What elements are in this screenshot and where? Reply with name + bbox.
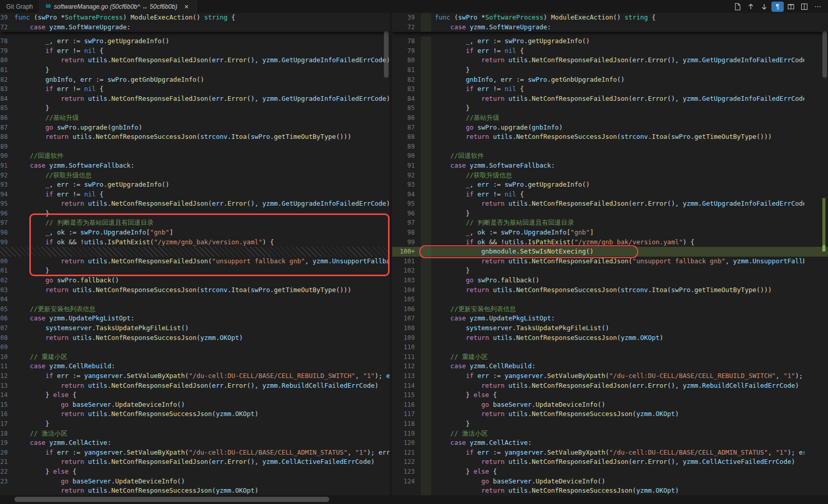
previous-change-icon[interactable] <box>745 2 757 12</box>
code-line[interactable]: 22 } else { <box>0 467 390 477</box>
code-line[interactable]: 88 return utils.NetConfResponseSuccessJs… <box>392 132 828 142</box>
more-actions-icon[interactable]: ⋯ <box>812 2 824 12</box>
code-line[interactable]: 82 gnbInfo, err := swPro.getGnbUpgradeIn… <box>392 75 828 85</box>
code-line[interactable]: 09 <box>0 343 390 352</box>
code-line[interactable]: 86 //基站升级 <box>392 113 828 123</box>
code-line[interactable]: 118 } <box>392 419 828 429</box>
close-tab-icon[interactable]: × <box>182 3 190 11</box>
code-line[interactable]: 113 if err := yangserver.SetValueByXpath… <box>392 371 828 381</box>
code-line[interactable]: 94 if err != nil { <box>392 190 828 200</box>
code-line[interactable]: 80 return utils.NetConfResponseFailedJso… <box>392 56 828 65</box>
code-line[interactable]: 72 case yzmm.SoftWareUpgrade: <box>0 23 390 32</box>
tab-software-manage[interactable]: GO softwareManage.go (50cf6b0b^ ↔ 50cf6b… <box>40 0 197 13</box>
code-line[interactable]: 08 return utils.NetConfResponseSuccessJs… <box>0 333 390 343</box>
code-line[interactable]: return utils.NetConfResponseSuccessJson(… <box>0 486 390 496</box>
next-change-icon[interactable] <box>758 2 770 12</box>
code-line[interactable]: 05 //更新安装包列表信息 <box>0 304 390 314</box>
code-line[interactable]: 97 // 判断是否为基站回退且有回退目录 <box>0 218 390 228</box>
code-line[interactable]: 93 _, err := swPro.getUpgradeInfo() <box>392 180 828 190</box>
code-line[interactable]: 06 case yzmm.UpdatePkgListOpt: <box>0 314 390 323</box>
code-line[interactable]: 85 } <box>392 103 828 113</box>
code-line[interactable]: 39func (swPro *SoftwareProcess) ModuleEx… <box>0 13 390 23</box>
code-line[interactable]: 23 go baseServer.UpdateDeviceInfo() <box>0 477 390 487</box>
code-line[interactable]: 79 if err != nil { <box>0 46 390 56</box>
horizontal-scrollbar-thumb[interactable] <box>14 497 329 502</box>
code-line[interactable]: 120 case yzmm.CellActive: <box>392 438 828 448</box>
right-vertical-scrollbar-thumb[interactable] <box>822 31 827 78</box>
code-line[interactable]: 98 _, ok := swPro.UpgradeInfo["gnb"] <box>392 228 828 238</box>
code-line[interactable]: 89 <box>0 142 390 152</box>
code-line[interactable]: 116 go baseServer.UpdateDeviceInfo() <box>392 400 828 410</box>
code-line[interactable]: 80 return utils.NetConfResponseFailedJso… <box>0 56 390 65</box>
code-line[interactable]: 89 <box>392 142 828 152</box>
tab-git-graph[interactable]: Git Graph <box>0 0 40 13</box>
left-vertical-scrollbar-thumb[interactable] <box>384 31 389 78</box>
toggle-whitespace-icon[interactable]: ¶ <box>771 2 784 12</box>
code-line[interactable]: 91 case yzmm.SoftwareFallback: <box>0 161 390 171</box>
code-line[interactable]: 122 return utils.NetConfResponseFailedJs… <box>392 457 828 467</box>
code-line[interactable]: 114 return utils.NetConfResponseFailedJs… <box>392 381 828 391</box>
code-line[interactable]: 19 case yzmm.CellActive: <box>0 438 390 448</box>
code-line[interactable]: 79 if err != nil { <box>392 46 828 56</box>
code-line[interactable]: 90 //回退软件 <box>392 151 828 161</box>
code-line[interactable]: 94 if err != nil { <box>0 190 390 200</box>
code-line[interactable]: 01 } <box>0 266 390 276</box>
code-line[interactable]: 105 <box>392 295 828 304</box>
code-line[interactable]: 14 } else { <box>0 390 390 400</box>
code-line[interactable]: 107 case yzmm.UpdatePkgListOpt: <box>392 314 828 323</box>
code-line[interactable]: 39func (swPro *SoftwareProcess) ModuleEx… <box>392 13 828 23</box>
code-line[interactable]: 123 } else { <box>392 467 828 477</box>
split-editor-icon[interactable] <box>798 2 811 12</box>
code-line[interactable]: 110 <box>392 343 828 352</box>
code-line[interactable]: 86 //基站升级 <box>0 113 390 123</box>
code-line[interactable]: 15 go baseServer.UpdateDeviceInfo() <box>0 400 390 410</box>
code-line[interactable]: 106 //更新安装包列表信息 <box>392 304 828 314</box>
code-line[interactable]: 83 if err != nil { <box>392 84 828 94</box>
code-line[interactable]: return utils.NetConfResponseSuccessJson(… <box>392 486 828 496</box>
code-line[interactable]: 82 gnbInfo, err := swPro.getGnbUpgradeIn… <box>0 75 390 85</box>
code-line[interactable]: 115 } else { <box>392 390 828 400</box>
code-line[interactable]: 91 case yzmm.SoftwareFallback: <box>392 161 828 171</box>
code-line[interactable]: 87 go swPro.upgrade(gnbInfo) <box>392 123 828 133</box>
code-line[interactable]: 84 return utils.NetConfResponseFailedJso… <box>0 94 390 104</box>
code-line[interactable]: 17 } <box>0 419 390 429</box>
code-line[interactable]: 99 if ok && !utils.IsPathExist("/yzmm/gn… <box>392 238 828 247</box>
code-line[interactable]: 03 return utils.NetConfResponseSuccessJs… <box>0 285 390 295</box>
code-line[interactable]: 117 return utils.NetConfResponseSuccessJ… <box>392 409 828 419</box>
horizontal-scrollbar[interactable] <box>0 495 828 504</box>
code-line[interactable]: 81 } <box>0 65 390 75</box>
code-line[interactable]: 93 _, err := swPro.getUpgradeInfo() <box>0 180 390 190</box>
code-line[interactable]: 72 case yzmm.SoftWareUpgrade: <box>392 23 828 32</box>
code-line[interactable]: 02 go swPro.fallback() <box>0 276 390 285</box>
code-line[interactable]: 104 return utils.NetConfResponseSuccessJ… <box>392 285 828 295</box>
code-line[interactable]: //获取升级信息 <box>0 32 390 37</box>
code-line[interactable]: 103 go swPro.fallback() <box>392 276 828 285</box>
code-line[interactable]: 111 // 重建小区 <box>392 352 828 362</box>
code-line[interactable]: 119 // 激活小区 <box>392 429 828 439</box>
code-line[interactable]: 20 if err := yangserver.SetValueByXpath(… <box>0 448 390 458</box>
code-line[interactable]: 97 // 判断是否为基站回退且有回退目录 <box>392 218 828 228</box>
code-line[interactable]: 07 systemserver.TasksUpdatePkgFileList() <box>0 323 390 333</box>
code-line[interactable]: 88 return utils.NetConfResponseSuccessJs… <box>0 132 390 142</box>
code-line[interactable]: 96 } <box>0 209 390 219</box>
code-line[interactable]: 00 return utils.NetConfResponseFailedJso… <box>0 257 390 266</box>
code-line[interactable]: 112 case yzmm.CellRebuild: <box>392 362 828 371</box>
code-line[interactable]: 92 //获取升级信息 <box>392 171 828 181</box>
code-line[interactable]: 95 return utils.NetConfResponseFailedJso… <box>392 199 828 209</box>
code-line[interactable]: 83 if err != nil { <box>0 84 390 94</box>
code-line[interactable]: 108 systemserver.TasksUpdatePkgFileList(… <box>392 323 828 333</box>
code-line[interactable]: 21 return utils.NetConfResponseFailedJso… <box>0 457 390 467</box>
code-line[interactable]: 13 return utils.NetConfResponseFailedJso… <box>0 381 390 391</box>
added-code-line[interactable]: 100+ gnbmodule.SetSwIsNotExecing() <box>392 247 828 257</box>
code-line[interactable]: 99 if ok && !utils.IsPathExist("/yzmm/gn… <box>0 238 390 247</box>
code-line[interactable]: 124 go baseServer.UpdateDeviceInfo() <box>392 477 828 487</box>
code-line[interactable]: 121 if err := yangserver.SetValueByXpath… <box>392 448 828 458</box>
code-line[interactable]: 81 } <box>392 65 828 75</box>
code-line[interactable]: 84 return utils.NetConfResponseFailedJso… <box>392 94 828 104</box>
code-line[interactable]: 04 <box>0 295 390 304</box>
code-line[interactable]: 96 } <box>392 209 828 219</box>
code-line[interactable]: 78 _, err := swPro.getUpgradeInfo() <box>0 37 390 46</box>
code-line[interactable]: 92 //获取升级信息 <box>0 171 390 181</box>
code-line[interactable]: 10 // 重建小区 <box>0 352 390 362</box>
open-changes-icon[interactable] <box>731 2 744 12</box>
